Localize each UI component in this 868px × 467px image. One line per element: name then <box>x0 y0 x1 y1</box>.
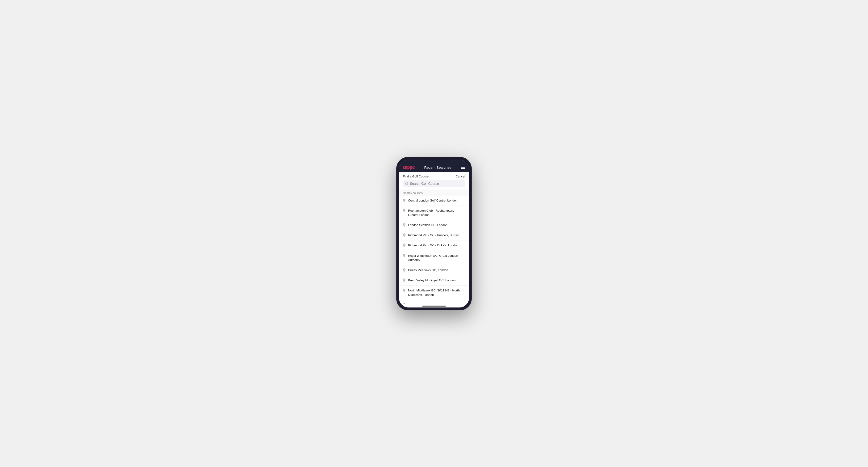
course-list-item[interactable]: Coombe Hill GC, Kingston upon Thames <box>399 300 469 304</box>
menu-line <box>461 168 465 169</box>
pin-icon <box>403 278 406 282</box>
course-name: Brent Valley Municipal GC, London <box>408 278 456 282</box>
nearby-section: Nearby courses Central London Golf Centr… <box>399 189 469 304</box>
course-name: Richmond Park GC - Duke's, London <box>408 243 458 248</box>
app-logo: clippd <box>403 165 415 170</box>
status-bar <box>399 160 469 163</box>
screen-content: Find a Golf Course Cancel Nearby courses <box>399 172 469 304</box>
course-list-item[interactable]: Richmond Park GC - Prince's, Surrey <box>399 230 469 241</box>
cancel-button[interactable]: Cancel <box>456 175 465 178</box>
course-name: Royal Wimbledon GC, Great London Authori… <box>408 254 465 262</box>
nearby-label: Nearby courses <box>399 189 469 196</box>
course-name: Roehampton Club - Roehampton, Greater Lo… <box>408 209 465 217</box>
course-name: Central London Golf Centre, London <box>408 198 458 203</box>
pin-icon <box>403 223 406 227</box>
course-list-item[interactable]: Central London Golf Centre, London <box>399 196 469 206</box>
menu-line <box>461 166 465 166</box>
pin-icon <box>403 234 406 237</box>
course-list-item[interactable]: London Scottish GC, London <box>399 220 469 230</box>
find-label: Find a Golf Course <box>403 175 429 178</box>
search-container <box>399 180 469 189</box>
navigation-bar: clippd Recent Searches <box>399 163 469 172</box>
search-icon <box>405 182 408 185</box>
phone-screen: clippd Recent Searches Find a Golf Cours… <box>399 160 469 308</box>
menu-line <box>461 167 465 167</box>
pin-icon <box>403 244 406 247</box>
search-input[interactable] <box>410 182 463 185</box>
pin-icon <box>403 199 406 202</box>
course-name: Dukes Meadows GC, London <box>408 268 448 272</box>
course-list: Central London Golf Centre, London Roeha… <box>399 196 469 304</box>
pin-icon <box>403 289 406 292</box>
course-list-item[interactable]: Richmond Park GC - Duke's, London <box>399 241 469 251</box>
pin-icon <box>403 268 406 272</box>
svg-line-1 <box>408 184 408 185</box>
course-list-item[interactable]: Roehampton Club - Roehampton, Greater Lo… <box>399 206 469 220</box>
pin-icon <box>403 209 406 212</box>
course-name: London Scottish GC, London <box>408 223 447 227</box>
home-bar <box>422 306 446 307</box>
course-list-item[interactable]: Royal Wimbledon GC, Great London Authori… <box>399 251 469 265</box>
pin-icon <box>403 254 406 257</box>
course-list-item[interactable]: Brent Valley Municipal GC, London <box>399 275 469 285</box>
find-header: Find a Golf Course Cancel <box>399 172 469 180</box>
course-list-item[interactable]: Dukes Meadows GC, London <box>399 265 469 275</box>
course-name: Richmond Park GC - Prince's, Surrey <box>408 233 459 238</box>
phone-device: clippd Recent Searches Find a Golf Cours… <box>396 157 472 310</box>
nav-title: Recent Searches <box>424 165 451 169</box>
search-box <box>403 180 465 187</box>
course-name: North Middlesex GC (1011942 - North Midd… <box>408 288 465 297</box>
course-list-item[interactable]: North Middlesex GC (1011942 - North Midd… <box>399 285 469 300</box>
menu-icon[interactable] <box>461 166 465 169</box>
home-indicator <box>399 304 469 308</box>
